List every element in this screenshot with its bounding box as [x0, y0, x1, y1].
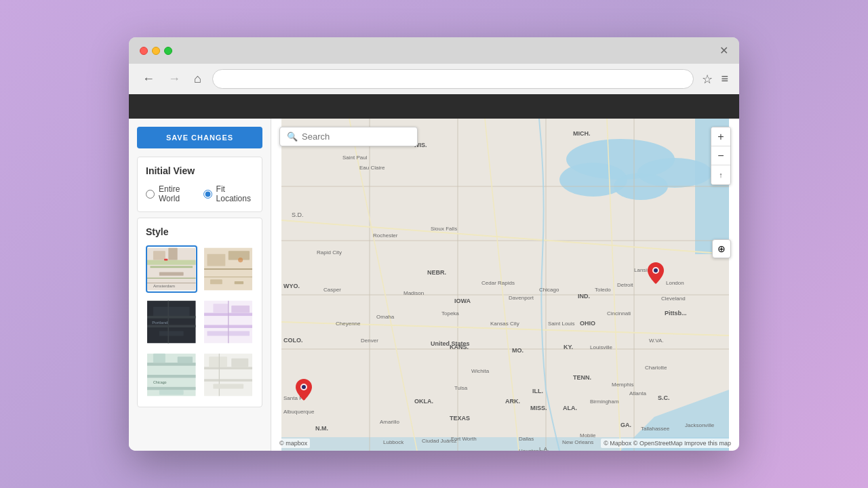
svg-rect-1: [147, 260, 196, 265]
svg-rect-35: [147, 387, 196, 390]
nav-icons: ☆ ≡: [702, 72, 728, 87]
svg-text:Atlanta: Atlanta: [629, 390, 646, 396]
svg-text:Casper: Casper: [323, 287, 341, 293]
svg-rect-11: [207, 254, 225, 266]
style-thumb-geneva[interactable]: [203, 351, 254, 399]
locate-button[interactable]: ⊕: [712, 239, 731, 258]
fit-locations-radio[interactable]: [203, 190, 212, 199]
svg-text:Amsterdam: Amsterdam: [153, 283, 175, 288]
content-area: SAVE CHANGES Initial View Entire World F…: [129, 119, 739, 451]
fit-locations-label: Fit Locations: [216, 184, 254, 203]
svg-text:Toledo: Toledo: [595, 287, 611, 293]
svg-text:S.D.: S.D.: [292, 211, 304, 218]
svg-text:IOWA: IOWA: [454, 298, 471, 304]
svg-text:L.A.: L.A.: [539, 446, 549, 451]
svg-text:ARK.: ARK.: [505, 398, 520, 405]
svg-text:United States: United States: [431, 340, 470, 347]
svg-rect-5: [159, 272, 184, 275]
svg-text:Rapid City: Rapid City: [317, 249, 342, 256]
svg-text:OKLA.: OKLA.: [414, 398, 433, 405]
svg-text:Topeka: Topeka: [441, 310, 459, 317]
style-thumb-madrid[interactable]: [203, 245, 254, 293]
svg-text:COLO.: COLO.: [283, 337, 303, 344]
home-button[interactable]: ⌂: [191, 69, 204, 89]
svg-text:Jacksonville: Jacksonville: [685, 422, 715, 428]
marker-albuquerque: [296, 379, 312, 403]
bookmark-button[interactable]: ☆: [702, 72, 713, 87]
browser-window: ✕ ← → ⌂ ☆ ≡ SAVE CHANGES Initial View En…: [129, 37, 739, 451]
svg-text:ILL.: ILL.: [532, 388, 543, 394]
svg-text:Davenport: Davenport: [509, 295, 534, 301]
svg-rect-33: [147, 363, 196, 365]
menu-button[interactable]: ≡: [721, 72, 728, 86]
svg-text:Denver: Denver: [361, 338, 378, 344]
svg-rect-42: [204, 379, 253, 382]
svg-text:Pittsb...: Pittsb...: [665, 310, 687, 317]
svg-text:Eau Claire: Eau Claire: [359, 165, 385, 171]
map-attribution[interactable]: © Mapbox © OpenStreetMap Improve this ma…: [601, 439, 734, 448]
svg-text:TENN.: TENN.: [573, 374, 591, 381]
svg-rect-43: [209, 357, 227, 367]
fit-locations-option[interactable]: Fit Locations: [203, 184, 254, 203]
close-traffic-light[interactable]: [140, 47, 148, 55]
minimize-traffic-light[interactable]: [152, 47, 160, 55]
svg-text:IND.: IND.: [578, 293, 590, 300]
svg-rect-3: [168, 248, 177, 260]
entire-world-option[interactable]: Entire World: [146, 184, 195, 203]
svg-text:WYO.: WYO.: [283, 283, 300, 289]
nav-bar: ← → ⌂ ☆ ≡: [129, 64, 739, 94]
svg-rect-21: [153, 307, 190, 316]
svg-text:Wichita: Wichita: [471, 368, 490, 374]
forward-button[interactable]: →: [165, 69, 183, 89]
svg-text:KY.: KY.: [564, 344, 573, 350]
svg-text:Charlotte: Charlotte: [645, 365, 667, 371]
svg-text:Amarillo: Amarillo: [380, 419, 399, 425]
svg-text:MISS.: MISS.: [530, 405, 547, 411]
map-container[interactable]: S.D. Saint Paul Eau Claire WIS. MICH. Ra…: [271, 119, 739, 451]
svg-text:New Orleans: New Orleans: [562, 439, 593, 445]
address-bar[interactable]: [212, 69, 694, 89]
search-icon: 🔍: [287, 131, 298, 142]
compass-button[interactable]: ↑: [711, 165, 730, 184]
svg-rect-29: [231, 306, 250, 313]
svg-text:MICH.: MICH.: [573, 130, 591, 137]
svg-text:OHIO: OHIO: [580, 320, 595, 327]
back-button[interactable]: ←: [140, 69, 157, 89]
initial-view-title: Initial View: [146, 165, 254, 176]
save-changes-button[interactable]: SAVE CHANGES: [137, 127, 262, 148]
initial-view-section: Initial View Entire World Fit Locations: [137, 157, 262, 212]
svg-text:Louisville: Louisville: [590, 344, 612, 350]
traffic-lights: [140, 47, 172, 55]
svg-text:Omaha: Omaha: [376, 314, 395, 320]
svg-text:Cleveland: Cleveland: [661, 296, 686, 302]
maximize-traffic-light[interactable]: [164, 47, 172, 55]
svg-text:W.VA.: W.VA.: [649, 338, 664, 344]
svg-rect-2: [153, 251, 165, 260]
style-thumb-chicago[interactable]: Chicago: [146, 351, 197, 399]
svg-text:Chicago: Chicago: [539, 287, 559, 293]
style-thumb-amsterdam[interactable]: Amsterdam: [146, 245, 197, 293]
svg-point-137: [302, 385, 306, 389]
marker-northeast: [648, 262, 664, 287]
svg-rect-16: [234, 281, 243, 284]
style-thumb-pink[interactable]: [203, 298, 254, 346]
svg-text:Lubbock: Lubbock: [383, 439, 404, 445]
map-search-input[interactable]: [302, 131, 410, 142]
svg-text:GA.: GA.: [620, 422, 631, 428]
entire-world-radio[interactable]: [146, 190, 155, 199]
svg-text:Tulsa: Tulsa: [454, 385, 468, 391]
svg-text:TEXAS: TEXAS: [450, 415, 470, 422]
map-zoom-controls: + − ↑: [711, 127, 731, 185]
svg-text:Mobile: Mobile: [580, 432, 596, 439]
svg-text:Sioux Falls: Sioux Falls: [431, 226, 457, 232]
svg-rect-9: [164, 259, 167, 261]
svg-rect-15: [210, 279, 222, 284]
zoom-in-button[interactable]: +: [711, 127, 730, 146]
svg-rect-44: [231, 359, 248, 367]
window-close-button[interactable]: ✕: [719, 44, 728, 57]
svg-text:Portland: Portland: [152, 320, 168, 325]
zoom-out-button[interactable]: −: [711, 146, 730, 165]
map-search-bar[interactable]: 🔍: [279, 127, 418, 146]
style-thumb-portland[interactable]: Portland: [146, 298, 197, 346]
svg-text:Cheyenne: Cheyenne: [336, 321, 361, 327]
